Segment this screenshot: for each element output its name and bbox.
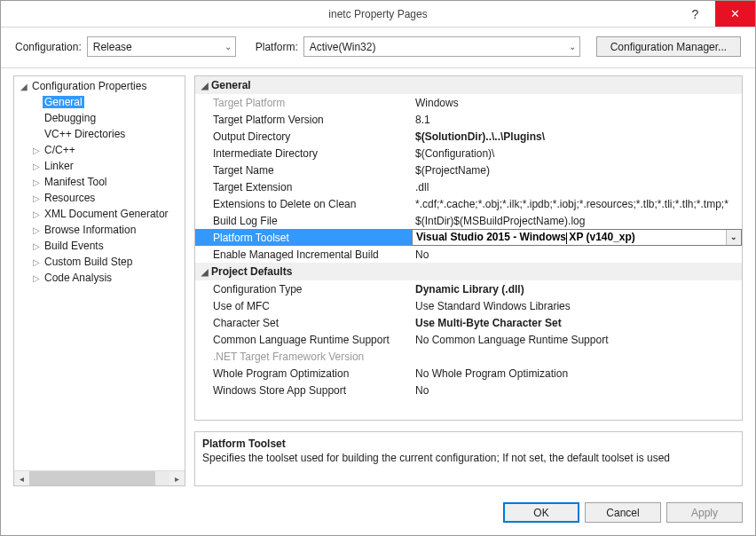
property-group-header[interactable]: ◢Project Defaults [195, 263, 742, 280]
scroll-track[interactable] [29, 471, 169, 485]
property-name: Windows Store App Support [195, 384, 412, 397]
main-area: ◢Configuration Properties▷General▷Debugg… [1, 68, 755, 495]
property-row[interactable]: Extensions to Delete on Clean*.cdf;*.cac… [195, 195, 742, 212]
dropdown-button[interactable]: ⌄ [726, 230, 741, 245]
property-value: $(SolutionDir)..\..\Plugins\ [412, 130, 742, 143]
property-name: Intermediate Directory [195, 147, 412, 160]
property-row[interactable]: Output Directory$(SolutionDir)..\..\Plug… [195, 128, 742, 145]
tree-item[interactable]: ▷General [14, 94, 185, 110]
expand-collapse-icon: ▷ [30, 241, 43, 251]
property-row[interactable]: Target PlatformWindows [195, 94, 742, 111]
tree-item[interactable]: ▷XML Document Generator [14, 206, 185, 222]
property-value: $(IntDir)$(MSBuildProjectName).log [412, 215, 742, 227]
property-row[interactable]: Use of MFCUse Standard Windows Libraries [195, 297, 742, 314]
scroll-right-icon[interactable]: ▸ [169, 471, 185, 486]
tree-body[interactable]: ◢Configuration Properties▷General▷Debugg… [14, 76, 185, 470]
property-row[interactable]: Common Language Runtime SupportNo Common… [195, 331, 742, 348]
platform-label: Platform: [256, 41, 298, 53]
property-grid-body[interactable]: ◢GeneralTarget PlatformWindowsTarget Pla… [195, 76, 742, 420]
property-grid: ◢GeneralTarget PlatformWindowsTarget Pla… [194, 75, 743, 421]
property-row[interactable]: Configuration TypeDynamic Library (.dll) [195, 280, 742, 297]
property-name: Build Log File [195, 215, 412, 227]
property-row[interactable]: .NET Target Framework Version [195, 348, 742, 365]
property-name: Target Platform [195, 97, 412, 109]
property-row[interactable]: Platform ToolsetVisual Studio 2015 - Win… [195, 229, 742, 246]
property-name: Configuration Type [195, 283, 412, 296]
property-name: Extensions to Delete on Clean [195, 198, 412, 210]
property-name: Output Directory [195, 130, 412, 143]
property-group-header[interactable]: ◢General [195, 76, 742, 94]
property-name: Target Platform Version [195, 114, 412, 126]
tree-horizontal-scrollbar[interactable]: ◂ ▸ [14, 470, 185, 485]
property-value[interactable]: Visual Studio 2015 - Windows XP (v140_xp… [412, 229, 742, 246]
tree-item[interactable]: ▷Linker [14, 158, 185, 174]
tree-item[interactable]: ▷Debugging [14, 110, 185, 126]
property-value: No [412, 248, 742, 261]
platform-combo[interactable]: Active(Win32) ⌄ [303, 36, 580, 57]
tree-root[interactable]: ◢Configuration Properties [14, 78, 185, 94]
collapse-icon: ◢ [199, 81, 211, 91]
tree-item[interactable]: ▷Code Analysis [14, 270, 185, 286]
window-title: inetc Property Pages [1, 8, 755, 20]
property-value: $(ProjectName) [412, 164, 742, 177]
property-value: $(Configuration)\ [412, 147, 742, 160]
platform-value: Active(Win32) [310, 41, 376, 53]
configuration-label: Configuration: [15, 41, 82, 53]
property-row[interactable]: Target Name$(ProjectName) [195, 162, 742, 178]
property-value: No [412, 384, 742, 397]
property-name: Target Name [195, 164, 412, 177]
property-row[interactable]: Whole Program OptimizationNo Whole Progr… [195, 365, 742, 382]
property-value: No Common Language Runtime Support [412, 334, 742, 346]
configuration-manager-button[interactable]: Configuration Manager... [596, 36, 741, 57]
property-row[interactable]: Target Platform Version8.1 [195, 111, 742, 128]
expand-collapse-icon: ▷ [30, 225, 43, 235]
property-name: Enable Managed Incremental Build [195, 248, 412, 261]
tree-item[interactable]: ▷Manifest Tool [14, 174, 185, 190]
configuration-combo[interactable]: Release ⌄ [87, 36, 236, 57]
scroll-left-icon[interactable]: ◂ [14, 471, 29, 486]
expand-collapse-icon: ◢ [18, 82, 30, 91]
tree-item[interactable]: ▷Custom Build Step [14, 254, 185, 270]
tree-item[interactable]: ▷Browse Information [14, 222, 185, 238]
property-value: .dll [412, 181, 742, 193]
expand-collapse-icon: ▷ [30, 162, 43, 171]
tree-root-label: Configuration Properties [30, 80, 148, 92]
property-value: Dynamic Library (.dll) [412, 283, 742, 296]
scroll-thumb[interactable] [29, 471, 155, 485]
tree-item-label: Debugging [43, 112, 98, 124]
expand-collapse-icon: ▷ [30, 273, 43, 283]
property-value: No Whole Program Optimization [412, 367, 742, 380]
tree-item[interactable]: ▷Build Events [14, 238, 185, 254]
property-row[interactable]: Build Log File$(IntDir)$(MSBuildProjectN… [195, 212, 742, 229]
apply-button[interactable]: Apply [666, 502, 743, 523]
chevron-down-icon: ⌄ [730, 233, 737, 241]
property-row[interactable]: Intermediate Directory$(Configuration)\ [195, 145, 742, 162]
description-box: Platform Toolset Specifies the toolset u… [194, 431, 743, 486]
collapse-icon: ◢ [199, 267, 211, 277]
text-caret [566, 233, 567, 244]
property-row[interactable]: Enable Managed Incremental BuildNo [195, 246, 742, 263]
cancel-button[interactable]: Cancel [585, 502, 661, 523]
property-row[interactable]: Windows Store App SupportNo [195, 382, 742, 398]
dialog-footer: OK Cancel Apply [1, 495, 755, 535]
property-value: 8.1 [412, 114, 742, 126]
property-value: Use Multi-Byte Character Set [412, 317, 742, 329]
tree-item-label: C/C++ [43, 144, 77, 156]
expand-collapse-icon: ▷ [30, 209, 43, 219]
category-tree: ◢Configuration Properties▷General▷Debugg… [13, 75, 185, 486]
description-header: Platform Toolset [202, 437, 735, 450]
chevron-down-icon: ⌄ [224, 42, 232, 51]
tree-item-label: Manifest Tool [43, 176, 108, 188]
tree-item[interactable]: ▷Resources [14, 190, 185, 206]
property-row[interactable]: Character SetUse Multi-Byte Character Se… [195, 314, 742, 331]
configuration-value: Release [93, 41, 132, 53]
ok-button[interactable]: OK [503, 502, 579, 523]
description-body: Specifies the toolset used for building … [202, 452, 735, 464]
group-name: Project Defaults [211, 265, 292, 278]
property-value: Windows [412, 97, 742, 109]
tree-item[interactable]: ▷C/C++ [14, 142, 185, 158]
property-row[interactable]: Target Extension.dll [195, 178, 742, 195]
tree-item[interactable]: ▷VC++ Directories [14, 126, 185, 142]
property-name: Character Set [195, 317, 412, 329]
property-name: .NET Target Framework Version [195, 351, 412, 363]
